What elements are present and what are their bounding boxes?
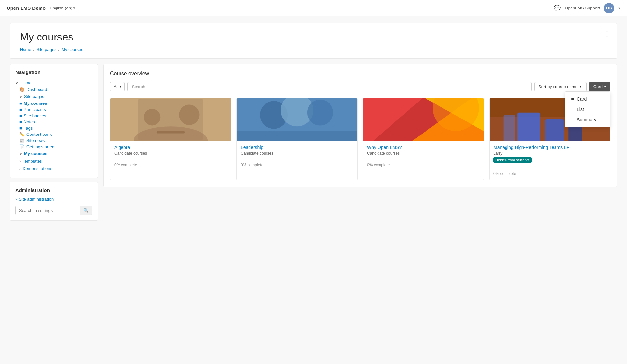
expand-demonstrations-icon[interactable]: › bbox=[19, 166, 21, 171]
nav-link-sitenews[interactable]: 📰 Site news bbox=[19, 138, 92, 143]
course-overview-block: Course overview All ▾ Search Sort by cou… bbox=[103, 64, 617, 187]
expand-templates-icon[interactable]: › bbox=[19, 159, 21, 164]
course-grid: Algebra Candidate courses 0% complete bbox=[110, 98, 610, 180]
expand-home-icon[interactable]: ∨ bbox=[15, 81, 18, 85]
course-card-title-highperforming[interactable]: Managing High-Performing Teams LF bbox=[493, 145, 606, 150]
breadcrumb-sep-2: / bbox=[58, 47, 60, 52]
svg-point-3 bbox=[144, 109, 160, 125]
mycourses-icon: ■ bbox=[19, 101, 22, 106]
view-dropdown-container: Card ▾ Card List bbox=[589, 82, 610, 91]
nav-link-mycourses[interactable]: ■ My courses bbox=[19, 101, 92, 106]
nav-link-demonstrations[interactable]: Demonstrations bbox=[23, 166, 52, 171]
course-card-leadership: Leadership Candidate courses 0% complete bbox=[236, 98, 358, 180]
nav-link-templates[interactable]: Templates bbox=[23, 159, 42, 164]
search-settings-input[interactable] bbox=[16, 206, 80, 215]
course-card-img-leadership bbox=[237, 98, 357, 141]
view-dropdown-menu: Card List Summary bbox=[565, 91, 610, 127]
expand-mycourses-icon[interactable]: ∨ bbox=[19, 151, 22, 156]
content-layout: Navigation ∨ Home 🎨 Dashboard bbox=[10, 64, 617, 221]
course-card-title-whyopenlms[interactable]: Why Open LMS? bbox=[367, 145, 480, 150]
app-logo: Open LMS Demo bbox=[7, 5, 46, 11]
course-card-title-leadership[interactable]: Leadership bbox=[241, 145, 353, 150]
nav-item-sitepages: ∨ Site pages bbox=[19, 93, 92, 100]
nav-link-sitepages[interactable]: Site pages bbox=[24, 94, 44, 99]
nav-link-notes[interactable]: ■ Notes bbox=[19, 119, 92, 124]
course-card-category-leadership: Candidate courses bbox=[241, 151, 353, 156]
view-option-list[interactable]: List bbox=[565, 104, 610, 115]
course-card-body-whyopenlms: Why Open LMS? Candidate courses 0% compl… bbox=[363, 141, 484, 171]
language-selector[interactable]: English (en) ▾ bbox=[50, 6, 75, 10]
breadcrumb-sep-1: / bbox=[33, 47, 35, 52]
course-card-body-highperforming: Managing High-Performing Teams LF Larry … bbox=[490, 141, 610, 180]
svg-rect-5 bbox=[157, 131, 185, 133]
page-options-button[interactable]: ⋮ bbox=[604, 30, 610, 38]
expand-sitepages-icon[interactable]: ∨ bbox=[19, 94, 22, 99]
nav-link-home[interactable]: Home bbox=[20, 80, 32, 85]
nav-link-dashboard[interactable]: 🎨 Dashboard bbox=[19, 87, 92, 92]
support-label: OpenLMS Support bbox=[565, 6, 600, 10]
chat-icon[interactable]: 💬 bbox=[554, 5, 561, 12]
view-option-card[interactable]: Card bbox=[565, 94, 610, 104]
course-card-category-algebra: Candidate courses bbox=[114, 151, 227, 156]
course-card-progress-highperforming: 0% complete bbox=[493, 168, 606, 176]
nav-item-home: ∨ Home bbox=[15, 79, 92, 87]
nav-link-participants[interactable]: ■ Participants bbox=[19, 107, 92, 112]
user-avatar[interactable]: OS bbox=[604, 3, 614, 13]
filter-dropdown[interactable]: All ▾ bbox=[110, 82, 125, 91]
main-content: Course overview All ▾ Search Sort by cou… bbox=[103, 64, 617, 221]
chevron-down-icon: ▾ bbox=[73, 6, 75, 10]
sort-dropdown[interactable]: Sort by course name ▾ bbox=[534, 82, 587, 91]
nav-item-sitenews: 📰 Site news bbox=[19, 137, 92, 144]
course-card-progress-whyopenlms: 0% complete bbox=[367, 159, 480, 167]
sitenews-icon: 📰 bbox=[19, 138, 24, 143]
course-card-progress-leadership: 0% complete bbox=[241, 159, 353, 167]
nav-link-contentbank[interactable]: ✏️ Content bank bbox=[19, 132, 92, 137]
nav-item-notes: ■ Notes bbox=[19, 119, 92, 125]
nav-item-dashboard: 🎨 Dashboard bbox=[19, 87, 92, 93]
nav-link-mycourses-group[interactable]: My courses bbox=[24, 151, 48, 156]
leadership-img-svg bbox=[237, 98, 357, 141]
course-card-whyopenlms: Why Open LMS? Candidate courses 0% compl… bbox=[363, 98, 484, 180]
participants-icon: ■ bbox=[19, 107, 22, 112]
nav-link-tags[interactable]: ■ Tags bbox=[19, 126, 92, 131]
course-card-body-leadership: Leadership Candidate courses 0% complete bbox=[237, 141, 357, 171]
nav-link-gettingstarted[interactable]: 📄 Getting started bbox=[19, 144, 92, 149]
notes-icon: ■ bbox=[19, 119, 22, 124]
breadcrumb: Home / Site pages / My courses bbox=[20, 47, 607, 52]
nav-item-mycourses: ■ My courses bbox=[19, 100, 92, 106]
breadcrumb-home[interactable]: Home bbox=[20, 47, 31, 52]
page-title: My courses bbox=[20, 31, 607, 43]
view-option-summary[interactable]: Summary bbox=[565, 115, 610, 125]
algebra-img-svg bbox=[110, 98, 231, 141]
nav-item-mycourses-group: ∨ My courses bbox=[19, 150, 92, 157]
nav-list: ∨ Home 🎨 Dashboard ∨ Site pages bbox=[15, 79, 92, 172]
breadcrumb-mycourses[interactable]: My courses bbox=[61, 47, 83, 52]
filter-chevron-icon: ▾ bbox=[120, 85, 121, 88]
course-card-teacher-highperforming: Larry bbox=[493, 151, 606, 156]
topbar-left: Open LMS Demo English (en) ▾ bbox=[7, 5, 75, 11]
view-dropdown[interactable]: Card ▾ bbox=[589, 82, 610, 91]
search-settings-button[interactable]: 🔍 bbox=[80, 206, 92, 215]
view-chevron-icon: ▾ bbox=[604, 85, 606, 88]
course-search-input[interactable]: Search bbox=[127, 82, 531, 91]
sidebar: Navigation ∨ Home 🎨 Dashboard bbox=[10, 64, 98, 221]
course-card-title-algebra[interactable]: Algebra bbox=[114, 145, 227, 150]
site-admin-link[interactable]: › Site administration bbox=[15, 196, 92, 202]
expand-admin-icon: › bbox=[15, 197, 17, 202]
administration-title: Administration bbox=[15, 187, 92, 193]
nav-item-demonstrations: › Demonstrations bbox=[19, 165, 92, 172]
topbar: Open LMS Demo English (en) ▾ 💬 OpenLMS S… bbox=[0, 0, 627, 16]
svg-rect-19 bbox=[545, 119, 564, 141]
navigation-title: Navigation bbox=[15, 70, 92, 75]
svg-rect-21 bbox=[504, 115, 515, 141]
user-menu-chevron[interactable]: ▾ bbox=[618, 6, 620, 11]
svg-rect-18 bbox=[517, 113, 540, 141]
tags-icon: ■ bbox=[19, 126, 22, 131]
hidden-from-students-badge: Hidden from students bbox=[493, 157, 532, 163]
nav-link-sitebadges[interactable]: ■ Site badges bbox=[19, 113, 92, 118]
course-card-progress-algebra: 0% complete bbox=[114, 159, 227, 167]
navigation-block: Navigation ∨ Home 🎨 Dashboard bbox=[10, 64, 98, 178]
course-overview-title: Course overview bbox=[110, 71, 610, 77]
nav-item-gettingstarted: 📄 Getting started bbox=[19, 144, 92, 150]
breadcrumb-sitepages[interactable]: Site pages bbox=[36, 47, 56, 52]
